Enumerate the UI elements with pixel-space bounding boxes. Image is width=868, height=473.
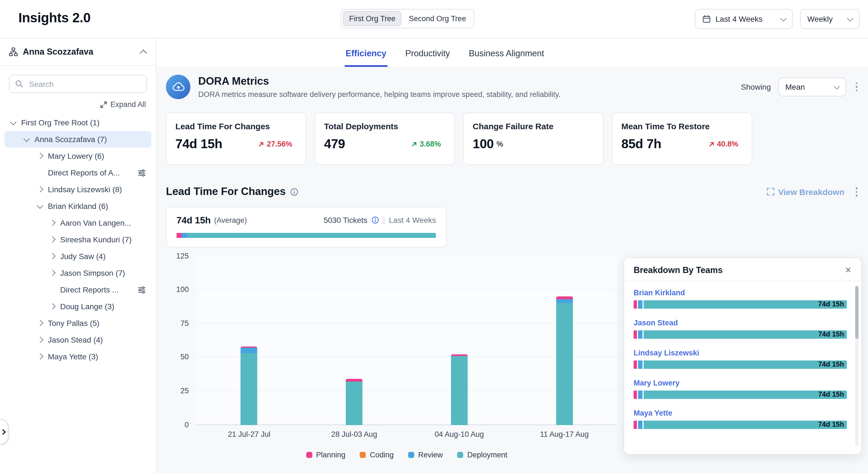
expand-all-button[interactable]: Expand All xyxy=(0,100,146,109)
metric-card-value-row: 85d 7h40.8% xyxy=(621,137,743,151)
kebab-menu-icon[interactable] xyxy=(853,80,860,94)
chart-bar[interactable] xyxy=(451,355,468,425)
team-bar-segment-review xyxy=(638,300,643,309)
dora-metrics-header: DORA Metrics DORA metrics measure softwa… xyxy=(166,75,868,99)
kebab-menu-icon[interactable] xyxy=(853,185,860,199)
team-bar: 74d 15h xyxy=(633,360,847,369)
lead-time-summary-top: 74d 15h (Average) 5030 Tickets | Last 4 … xyxy=(177,215,436,225)
tab-efficiency[interactable]: Efficiency xyxy=(344,47,387,67)
chevron-right-icon[interactable] xyxy=(36,335,45,344)
chevron-down-icon[interactable] xyxy=(9,118,19,127)
chevron-right-icon[interactable] xyxy=(36,151,45,160)
tree-item[interactable]: Doug Lange (3) xyxy=(4,298,151,315)
metric-card-delta: 40.8% xyxy=(708,140,738,148)
team-name-link[interactable]: Mary Lowery xyxy=(633,379,847,387)
team-name-link[interactable]: Lindsay Liszewski xyxy=(633,349,847,357)
sidebar-header[interactable]: Anna Scozzafava xyxy=(0,38,156,66)
y-axis-label: 0 xyxy=(185,420,189,429)
team-bar-segment-planning xyxy=(633,300,637,309)
chevron-right-icon[interactable] xyxy=(48,302,57,311)
legend-label: Planning xyxy=(316,450,345,459)
metric-card-value: 74d 15h xyxy=(175,137,222,151)
chevron-right-icon[interactable] xyxy=(48,252,57,261)
tree-item[interactable]: Tony Pallas (5) xyxy=(4,315,151,331)
chevron-right-icon[interactable] xyxy=(48,235,57,244)
metric-card-value-row: 4793.68% xyxy=(324,137,445,151)
chevron-down-icon[interactable] xyxy=(36,202,45,211)
tree-item[interactable]: Aaron Van Langen... xyxy=(4,214,151,231)
filter-icon[interactable] xyxy=(137,169,146,176)
tree-item[interactable]: Maya Yette (3) xyxy=(4,348,151,365)
team-bar: 74d 15h xyxy=(633,300,847,309)
chevron-spacer xyxy=(36,168,45,177)
x-axis-label: 21 Jul-27 Jul xyxy=(196,430,302,438)
info-icon[interactable] xyxy=(371,216,379,224)
scrollbar-thumb[interactable] xyxy=(855,286,859,339)
team-name-link[interactable]: Maya Yette xyxy=(633,409,847,417)
summary-bar-segment-planning xyxy=(177,233,182,238)
chevron-right-icon[interactable] xyxy=(48,269,57,277)
breakdown-by-teams-panel: Breakdown By Teams × Brian Kirkland74d 1… xyxy=(624,257,862,454)
tree-item[interactable]: Direct Reports ... xyxy=(4,282,151,298)
metric-card: Total Deployments4793.68% xyxy=(315,113,455,165)
tree-item[interactable]: Direct Reports of A... xyxy=(4,164,151,181)
search-input[interactable] xyxy=(28,79,141,89)
trend-up-icon xyxy=(708,141,715,147)
y-axis-label: 100 xyxy=(176,285,189,294)
tree-item[interactable]: Jason Simpson (7) xyxy=(4,265,151,282)
tab-business-alignment[interactable]: Business Alignment xyxy=(468,47,545,67)
tree-item[interactable]: First Org Tree Root (1) xyxy=(4,114,151,131)
view-breakdown-button[interactable]: View Breakdown xyxy=(766,187,844,197)
chevron-up-icon[interactable] xyxy=(140,49,147,55)
tree-item[interactable]: Judy Saw (4) xyxy=(4,248,151,265)
calendar-icon xyxy=(702,14,711,23)
chevron-right-icon[interactable] xyxy=(36,352,45,361)
filter-icon[interactable] xyxy=(137,286,146,293)
date-range-select[interactable]: Last 4 Weeks xyxy=(695,9,793,29)
showing-select[interactable]: Mean xyxy=(778,78,846,96)
tree-item-label: Sireesha Kunduri (7) xyxy=(60,235,132,244)
metric-card-value: 100 xyxy=(473,137,494,151)
close-icon[interactable]: × xyxy=(843,266,854,274)
org-tree-toggle-option[interactable]: First Org Tree xyxy=(343,11,402,26)
tree-item[interactable]: Sireesha Kunduri (7) xyxy=(4,231,151,248)
tree-item[interactable]: Brian Kirkland (6) xyxy=(4,198,151,214)
x-axis-label: 04 Aug-10 Aug xyxy=(407,430,512,438)
chevron-right-icon[interactable] xyxy=(48,218,57,227)
chevron-down-icon xyxy=(847,17,852,22)
panel-scrollbar[interactable] xyxy=(855,286,859,446)
chart-bar[interactable] xyxy=(346,379,363,425)
org-tree-toggle-option[interactable]: Second Org Tree xyxy=(403,11,472,26)
chart-bar[interactable] xyxy=(241,347,257,425)
chevron-right-icon[interactable] xyxy=(36,319,45,328)
team-row: Mary Lowery74d 15h xyxy=(624,373,861,403)
tree-item-label: Doug Lange (3) xyxy=(60,302,115,311)
search-icon xyxy=(15,80,23,88)
team-row: Maya Yette74d 15h xyxy=(624,403,861,433)
metric-card-value: 85d 7h xyxy=(621,137,661,151)
summary-value: 74d 15h xyxy=(177,215,211,225)
chart-bar[interactable] xyxy=(556,296,572,425)
info-icon[interactable] xyxy=(290,188,299,196)
chart-bars xyxy=(196,256,617,425)
x-axis-label: 28 Jul-03 Aug xyxy=(302,430,407,438)
tab-productivity[interactable]: Productivity xyxy=(404,47,451,67)
breakdown-team-list: Brian Kirkland74d 15hJason Stead74d 15hL… xyxy=(624,282,861,433)
granularity-select[interactable]: Weekly xyxy=(800,9,860,29)
tree-item-label: Lindsay Liszewski (8) xyxy=(48,185,122,194)
bar-segment-planning xyxy=(346,379,363,382)
metric-card-title: Change Failure Rate xyxy=(473,121,594,131)
tree-item[interactable]: Mary Lowery (6) xyxy=(4,148,151,164)
chevron-down-icon[interactable] xyxy=(22,135,32,144)
chart-legend: PlanningCodingReviewDeployment xyxy=(196,450,617,459)
tree-item[interactable]: Lindsay Liszewski (8) xyxy=(4,181,151,198)
team-row: Lindsay Liszewski74d 15h xyxy=(624,343,861,373)
tree-item[interactable]: Jason Stead (4) xyxy=(4,331,151,348)
team-name-link[interactable]: Brian Kirkland xyxy=(633,289,847,297)
team-name-link[interactable]: Jason Stead xyxy=(633,319,847,327)
bar-segment-review xyxy=(556,299,572,303)
tree-item[interactable]: Anna Scozzafava (7) xyxy=(4,131,151,148)
team-bar-segment-planning xyxy=(633,360,637,369)
chevron-right-icon[interactable] xyxy=(36,185,45,194)
metric-card-delta: 3.68% xyxy=(411,140,441,148)
